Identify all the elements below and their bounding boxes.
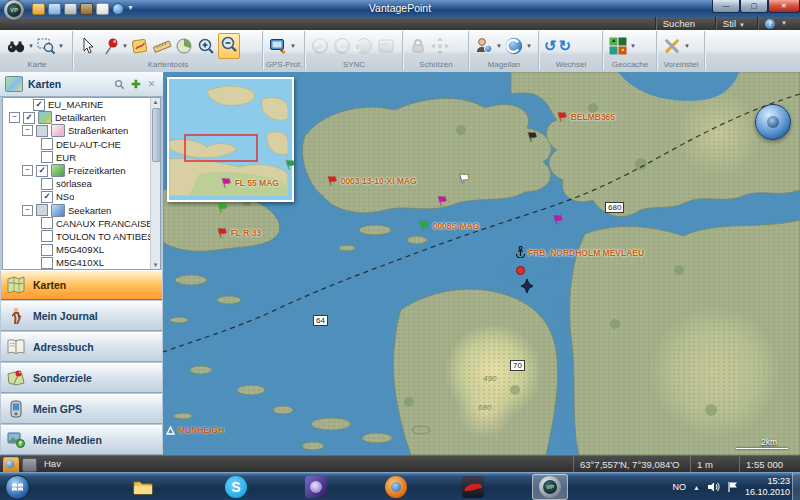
geocache-grid-icon[interactable] [608, 36, 628, 56]
waypoint-marker[interactable]: ⚑ [437, 196, 449, 206]
waypoint-marker[interactable]: ⚑ [217, 203, 229, 213]
taskbar-item-app[interactable] [455, 474, 491, 500]
tools-icon[interactable] [662, 36, 682, 56]
sidebar-item-karten[interactable]: Karten [1, 270, 162, 300]
checkbox-unchecked[interactable] [41, 244, 53, 256]
checkbox-checked[interactable]: ✓ [36, 165, 48, 177]
sidebar-item-sonderziele[interactable]: Sonderziele [1, 363, 162, 393]
magellan-connect-icon[interactable] [504, 36, 524, 56]
globe-mode-icon[interactable] [3, 457, 19, 473]
scrollbar-thumb[interactable] [152, 108, 161, 162]
help-menu-button[interactable]: ? ▼ [757, 17, 794, 30]
tree-item-canaux-francaise[interactable]: CANAUX FRANCAISE [3, 217, 160, 230]
sync-up-icon[interactable] [332, 36, 352, 56]
chevron-down-icon[interactable]: ▼ [496, 43, 502, 49]
start-button[interactable] [5, 475, 30, 500]
tree-item-soerlasea[interactable]: sörlasea [3, 177, 160, 190]
waypoint-marker[interactable]: ⚑ [285, 160, 297, 170]
compass-control[interactable] [755, 104, 791, 140]
tree-item-nso[interactable]: ✓ NSo [3, 190, 160, 203]
action-center-flag-icon[interactable] [727, 481, 738, 493]
maximize-button[interactable]: ▢ [740, 0, 768, 13]
layers-mode-icon[interactable] [22, 458, 37, 472]
profile-person-icon[interactable] [474, 36, 494, 56]
tree-item-toulon-to-antibes[interactable]: TOULON TO ANTIBES [3, 230, 160, 243]
panel-close-icon[interactable]: ✕ [146, 79, 157, 90]
keyboard-language-indicator[interactable]: NO [673, 482, 687, 492]
lock-icon[interactable] [408, 36, 428, 56]
waypoint-marker[interactable]: ⚑ [459, 174, 471, 184]
waypoint-marker[interactable]: ⚑ FL R 33 [217, 228, 261, 238]
checkbox-partial[interactable] [36, 204, 48, 216]
tree-item-freizeitkarten[interactable]: − ✓ Freizeitkarten [3, 164, 160, 177]
search-icon[interactable] [114, 79, 125, 90]
chevron-down-icon[interactable]: ▼ [122, 43, 128, 49]
scroll-down-icon[interactable]: ▼ [151, 262, 160, 268]
search-menu-button[interactable]: Suchen [655, 17, 702, 30]
minimize-button[interactable]: — [712, 0, 740, 13]
chevron-down-icon[interactable]: ▼ [58, 43, 64, 49]
volume-icon[interactable] [707, 481, 720, 493]
checkbox-unchecked[interactable] [41, 217, 53, 229]
collapse-icon[interactable]: − [22, 205, 33, 216]
tree-scrollbar[interactable]: ▲ ▼ [150, 98, 160, 269]
close-button[interactable]: ✕ [768, 0, 800, 13]
show-desktop-button[interactable] [792, 473, 800, 500]
find-binoculars-icon[interactable] [6, 36, 26, 56]
tree-item-strassenkarten[interactable]: − Straßenkarten [3, 124, 160, 137]
app-logo-icon[interactable]: VP [3, 0, 25, 21]
select-cursor-icon[interactable] [78, 36, 98, 56]
checkbox-unchecked[interactable] [41, 230, 53, 242]
chevron-down-icon[interactable]: ▼ [290, 43, 296, 49]
checkbox-partial[interactable] [36, 125, 48, 137]
add-map-icon[interactable]: ✚ [130, 79, 141, 90]
tree-item-detailkarten[interactable]: − ✓ Detailkarten [3, 111, 160, 124]
tree-item-eu-marine[interactable]: ✓ EU_MARINE [3, 98, 160, 111]
taskbar-item-skype[interactable]: S [218, 474, 254, 500]
checkbox-unchecked[interactable] [41, 257, 53, 269]
collapse-icon[interactable]: − [9, 112, 20, 123]
switch-forward-icon[interactable]: ↻ [559, 36, 572, 56]
switch-back-icon[interactable]: ↺ [544, 36, 557, 56]
position-dot-marker[interactable] [516, 266, 525, 275]
waypoint-marker[interactable]: ⚑ 0008S MAG [419, 221, 479, 231]
zoom-in-icon[interactable] [196, 36, 216, 56]
boat-icon[interactable] [519, 278, 535, 294]
taskbar-item-firefox[interactable] [378, 474, 414, 500]
collapse-icon[interactable]: − [22, 125, 33, 136]
route-edit-icon[interactable] [130, 36, 150, 56]
zoom-select-icon[interactable] [36, 36, 56, 56]
ruler-icon[interactable] [152, 36, 172, 56]
tree-item-m5g410xl[interactable]: M5G410XL [3, 256, 160, 269]
sidebar-item-adressbuch[interactable]: Adressbuch [1, 332, 162, 362]
taskbar-item-media-player[interactable] [298, 474, 334, 500]
clock[interactable]: 15:23 16.10.2010 [745, 476, 790, 498]
waypoint-marker[interactable]: ⚑ 0003 13-10-XI MAG [327, 176, 417, 186]
chevron-down-icon[interactable]: ▼ [684, 43, 690, 49]
chevron-down-icon[interactable]: ▼ [28, 43, 34, 49]
show-hidden-icons[interactable]: ▲ [693, 484, 700, 491]
chevron-down-icon[interactable]: ▼ [630, 43, 636, 49]
waypoint-marker[interactable]: ⚑ FL 55 MAG [221, 178, 279, 188]
checkbox-unchecked[interactable] [41, 178, 53, 190]
waypoint-marker[interactable]: ⚑ [527, 132, 539, 142]
sidebar-item-mein-journal[interactable]: Mein Journal [1, 301, 162, 331]
gps-protocol-icon[interactable] [268, 36, 288, 56]
scroll-up-icon[interactable]: ▲ [151, 99, 160, 105]
tree-item-deu-aut-che[interactable]: DEU-AUT-CHE [3, 138, 160, 151]
anchorage-marker[interactable]: FRB, NORDHOLM MEVLAEU [515, 246, 644, 258]
checkbox-unchecked[interactable] [41, 138, 53, 150]
sync-icon[interactable] [310, 36, 330, 56]
style-menu-button[interactable]: Stil▼ [715, 17, 752, 30]
tree-item-m5g409xl[interactable]: M5G409XL [3, 243, 160, 256]
map-canvas[interactable]: ⚑ FL 55 MAG ⚑ ⚑ FL R 33 ⚑ 0003 13-10-XI … [163, 72, 800, 455]
waypoint-marker[interactable]: ⚑ BELMB365 [557, 112, 615, 122]
sidebar-item-mein-gps[interactable]: Mein GPS [1, 394, 162, 424]
taskbar-item-vantagepoint-active[interactable]: VP [532, 474, 568, 500]
taskbar-item-explorer[interactable] [125, 474, 161, 500]
sync-down-icon[interactable] [354, 36, 374, 56]
place-marker[interactable]: MUNHEIGH [166, 425, 224, 435]
checkbox-checked[interactable]: ✓ [33, 99, 45, 111]
pie-chart-icon[interactable] [174, 36, 194, 56]
sync-card-icon[interactable] [376, 36, 396, 56]
